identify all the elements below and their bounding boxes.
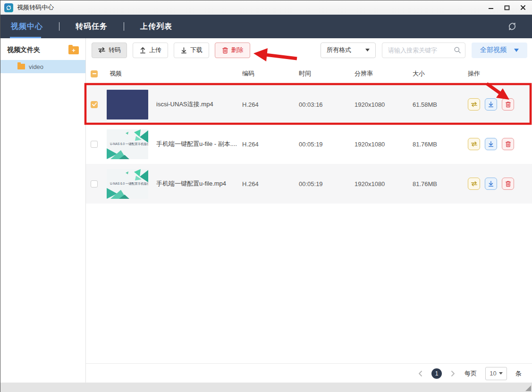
video-duration: 00:03:16 — [299, 101, 355, 108]
trash-icon — [505, 101, 511, 108]
next-page-button[interactable] — [450, 370, 456, 377]
video-resolution: 1920x1080 — [355, 101, 413, 108]
video-thumbnail[interactable] — [107, 90, 148, 119]
download-arrow-icon — [488, 101, 494, 108]
delete-button[interactable]: 删除 — [215, 43, 250, 58]
row-download-button[interactable] — [485, 178, 497, 190]
row-download-button[interactable] — [485, 138, 497, 150]
video-thumbnail[interactable]: U-NAS 6.0 一键配置手机版使用教程 — [107, 129, 148, 159]
app-window: 视频转码中心 视频中心 转码任务 上传列表 视频文件夹 + video — [0, 0, 532, 392]
thumbnail-caption: U-NAS 6.0 一键配置手机版使用教程 — [110, 182, 148, 186]
table-row[interactable]: U-NAS 6.0 一键配置手机版使用教程 手机端一键配置u-file - 副本… — [86, 124, 532, 164]
nav-separator — [59, 22, 59, 31]
column-header-video[interactable]: 视频 — [107, 69, 156, 78]
nav-separator — [124, 22, 124, 31]
download-arrow-icon — [488, 180, 494, 187]
sidebar-video-folders: 视频文件夹 + video — [0, 38, 86, 383]
row-delete-button[interactable] — [502, 98, 514, 111]
row-delete-button[interactable] — [502, 178, 514, 190]
caret-down-icon — [365, 49, 370, 51]
refresh-icon[interactable] — [507, 21, 518, 32]
video-size: 81.76MB — [413, 180, 468, 187]
per-page-dropdown[interactable]: 10 — [485, 367, 507, 380]
close-button[interactable] — [517, 2, 529, 13]
video-size: 61.58MB — [413, 101, 468, 108]
trash-icon — [222, 47, 228, 54]
column-header-resolution[interactable]: 分辨率 — [355, 69, 413, 78]
video-resolution: 1920x1080 — [355, 180, 413, 187]
thumbnail-caption: U-NAS 6.0 一键配置手机版使用教程 — [110, 142, 148, 146]
row-checkbox[interactable] — [91, 141, 98, 148]
video-duration: 00:05:19 — [299, 180, 355, 187]
video-codec: H.264 — [242, 101, 299, 108]
transcode-arrows-icon — [471, 141, 478, 147]
column-header-time[interactable]: 时间 — [299, 69, 355, 78]
video-duration: 00:05:19 — [299, 141, 355, 148]
resize-grip[interactable] — [525, 385, 531, 391]
download-arrow-icon — [488, 141, 494, 147]
video-thumbnail[interactable]: U-NAS 6.0 一键配置手机版使用教程 — [107, 169, 148, 199]
transcode-arrows-icon — [471, 181, 478, 187]
sidebar-item-video-folder[interactable]: video — [0, 60, 85, 73]
page-number-button[interactable]: 1 — [431, 368, 442, 379]
video-filter-dropdown[interactable]: 全部视频 — [472, 43, 527, 58]
video-filename[interactable]: 手机端一键配置u-file - 副本.... — [156, 140, 242, 148]
row-download-button[interactable] — [485, 98, 497, 111]
minimize-button[interactable] — [485, 2, 497, 13]
pagination: 1 每页 10 条 — [86, 363, 532, 383]
caret-down-icon — [514, 49, 519, 52]
search-icon[interactable] — [454, 46, 461, 55]
status-strip — [0, 383, 532, 392]
tab-upload-list[interactable]: 上传列表 — [140, 22, 172, 32]
caret-down-icon — [499, 372, 503, 375]
video-size: 81.76MB — [413, 141, 468, 148]
folder-icon — [17, 64, 25, 69]
download-button[interactable]: 下载 — [174, 43, 209, 58]
column-header-codec[interactable]: 编码 — [242, 69, 299, 78]
folder-name: video — [29, 63, 43, 70]
video-codec: H.264 — [242, 180, 299, 187]
row-transcode-button[interactable] — [468, 98, 480, 111]
table-row[interactable]: U-NAS 6.0 一键配置手机版使用教程 手机端一键配置u-file.mp4 … — [86, 164, 532, 204]
unit-label: 条 — [515, 369, 522, 378]
app-logo-icon — [4, 3, 13, 12]
per-page-label: 每页 — [464, 369, 477, 378]
column-header-size[interactable]: 大小 — [413, 69, 468, 78]
table-row[interactable]: iscsi-UNAS连接.mp4 H.264 00:03:16 1920x108… — [86, 85, 532, 124]
video-resolution: 1920x1080 — [355, 141, 413, 148]
video-filename[interactable]: 手机端一键配置u-file.mp4 — [156, 179, 242, 188]
maximize-button[interactable] — [501, 2, 513, 13]
video-codec: H.264 — [242, 141, 299, 148]
trash-icon — [505, 141, 511, 147]
main-navbar: 视频中心 转码任务 上传列表 — [0, 15, 532, 38]
search-box — [382, 43, 465, 58]
row-transcode-button[interactable] — [468, 178, 480, 190]
video-filename[interactable]: iscsi-UNAS连接.mp4 — [156, 100, 242, 109]
main-content: 转码 上传 下载 删除 所有格式 — [86, 38, 532, 383]
upload-button[interactable]: 上传 — [133, 43, 168, 58]
table-header: 视频 编码 时间 分辨率 大小 操作 — [86, 63, 532, 85]
row-checkbox[interactable] — [91, 180, 98, 187]
row-delete-button[interactable] — [502, 138, 514, 150]
prev-page-button[interactable] — [417, 370, 423, 377]
tab-video-center[interactable]: 视频中心 — [11, 22, 43, 32]
trash-icon — [505, 180, 511, 187]
format-filter-dropdown[interactable]: 所有格式 — [321, 43, 376, 58]
titlebar: 视频转码中心 — [0, 0, 532, 15]
toolbar: 转码 上传 下载 删除 所有格式 — [92, 42, 527, 58]
row-checkbox[interactable] — [91, 101, 98, 108]
search-input[interactable] — [382, 43, 465, 58]
table-body: iscsi-UNAS连接.mp4 H.264 00:03:16 1920x108… — [86, 85, 532, 204]
transcode-arrows-icon — [98, 47, 106, 53]
transcode-button[interactable]: 转码 — [92, 43, 127, 58]
window-title: 视频转码中心 — [17, 3, 54, 12]
sidebar-title: 视频文件夹 — [7, 46, 40, 54]
row-transcode-button[interactable] — [468, 138, 480, 150]
column-header-actions: 操作 — [468, 69, 532, 78]
transcode-arrows-icon — [471, 102, 478, 107]
add-folder-button[interactable]: + — [68, 46, 79, 54]
download-arrow-icon — [180, 47, 187, 54]
upload-arrow-icon — [139, 47, 146, 54]
tab-transcode-tasks[interactable]: 转码任务 — [76, 22, 108, 32]
select-all-checkbox[interactable] — [91, 70, 98, 77]
